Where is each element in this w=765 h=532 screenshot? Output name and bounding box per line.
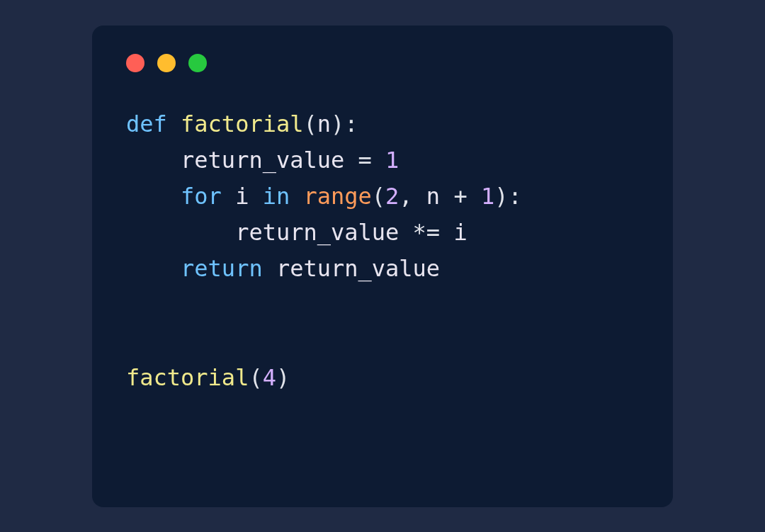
colon: : <box>508 183 521 210</box>
num-literal: 1 <box>481 183 494 210</box>
comma: , <box>399 183 426 210</box>
window-controls <box>126 54 639 72</box>
keyword-def: def <box>126 111 167 137</box>
param-n: n <box>317 111 331 137</box>
var-i: i <box>235 183 249 210</box>
op-assign: = <box>344 147 385 174</box>
var-return-value: return_value <box>181 147 344 174</box>
num-literal: 4 <box>263 364 276 391</box>
var-n: n <box>426 183 440 210</box>
var-return-value: return_value <box>276 255 440 282</box>
op-muleq: *= <box>399 219 453 246</box>
paren-open: ( <box>303 111 317 137</box>
num-literal: 2 <box>385 183 399 210</box>
function-call: factorial <box>126 364 249 391</box>
paren-close: ) <box>494 183 508 210</box>
paren-close: ) <box>276 364 290 391</box>
close-icon[interactable] <box>126 54 144 72</box>
code-window: def factorial(n): return_value = 1 for i… <box>92 26 673 507</box>
num-literal: 1 <box>385 147 399 174</box>
var-i: i <box>453 219 467 246</box>
keyword-in: in <box>263 183 290 210</box>
paren-open: ( <box>372 183 385 210</box>
minimize-icon[interactable] <box>157 54 176 72</box>
indent <box>126 219 235 246</box>
builtin-range: range <box>303 183 371 210</box>
paren-close: ) <box>331 111 344 137</box>
code-area: def factorial(n): return_value = 1 for i… <box>126 106 639 397</box>
keyword-for: for <box>181 183 222 210</box>
indent <box>126 183 181 210</box>
var-return-value: return_value <box>235 219 399 246</box>
function-name: factorial <box>181 111 303 137</box>
maximize-icon[interactable] <box>188 54 207 72</box>
indent <box>126 147 181 174</box>
keyword-return: return <box>181 255 263 282</box>
colon: : <box>344 111 358 137</box>
indent <box>126 255 181 282</box>
paren-open: ( <box>249 364 262 391</box>
op-plus: + <box>440 183 481 210</box>
